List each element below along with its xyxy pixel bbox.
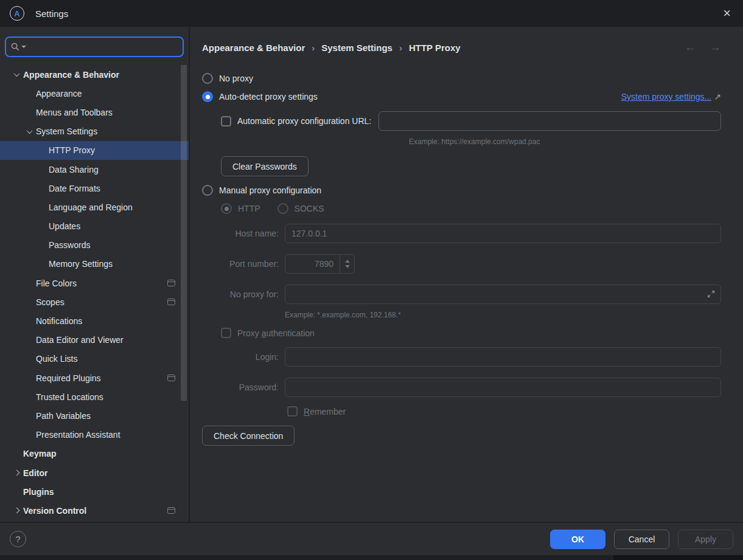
- breadcrumb-separator: ›: [399, 43, 402, 53]
- sidebar-item-data-editor-and-viewer[interactable]: Data Editor and Viewer: [0, 331, 189, 350]
- clear-passwords-button[interactable]: Clear Passwords: [221, 156, 309, 176]
- settings-tree: Appearance & BehaviorAppearanceMenus and…: [0, 65, 189, 520]
- sidebar-item-label: Path Variables: [36, 411, 91, 421]
- remember-label: Remember: [304, 407, 346, 417]
- sidebar-item-scopes[interactable]: Scopes: [0, 292, 189, 311]
- chevron-down-icon[interactable]: [23, 130, 36, 134]
- breadcrumb-item[interactable]: Appearance & Behavior: [202, 43, 305, 53]
- sidebar-item-notifications[interactable]: Notifications: [0, 311, 189, 330]
- settings-main-panel: Appearance & Behavior›System Settings›HT…: [190, 27, 743, 522]
- project-level-icon: [167, 280, 175, 286]
- window-bottom-edge: [0, 555, 743, 560]
- http-label: HTTP: [238, 204, 260, 213]
- sidebar-item-appearance-behavior[interactable]: Appearance & Behavior: [0, 65, 189, 84]
- sidebar-item-path-variables[interactable]: Path Variables: [0, 406, 189, 425]
- sidebar-item-file-colors[interactable]: File Colors: [0, 274, 189, 292]
- sidebar-item-editor[interactable]: Editor: [0, 463, 189, 482]
- auto-detect-option[interactable]: Auto-detect proxy settings System proxy …: [202, 91, 721, 102]
- proxy-auth-label: Proxy authentication: [237, 328, 315, 338]
- sidebar-item-trusted-locations[interactable]: Trusted Locations: [0, 387, 189, 406]
- sidebar-item-memory-settings[interactable]: Memory Settings: [0, 255, 189, 274]
- chevron-down-icon[interactable]: [10, 72, 23, 77]
- no-proxy-option[interactable]: No proxy: [202, 73, 721, 84]
- login-input: [285, 347, 721, 367]
- sidebar-item-label: Keymap: [23, 449, 56, 458]
- expand-field-icon: [706, 289, 716, 299]
- auto-url-checkbox[interactable]: [221, 116, 231, 126]
- remember-row: Remember: [287, 406, 721, 417]
- sidebar-item-label: Appearance & Behavior: [23, 70, 119, 80]
- auto-detect-radio[interactable]: [202, 91, 213, 102]
- sidebar-item-language-and-region[interactable]: Language and Region: [0, 198, 189, 216]
- sidebar-item-presentation-assistant[interactable]: Presentation Assistant: [0, 426, 189, 444]
- close-icon[interactable]: ×: [720, 7, 733, 19]
- sidebar-scrollbar[interactable]: [181, 65, 187, 401]
- ok-button[interactable]: OK: [550, 530, 605, 549]
- no-proxy-radio[interactable]: [202, 73, 213, 84]
- project-level-icon: [167, 299, 175, 305]
- back-arrow-icon[interactable]: ←: [685, 41, 696, 54]
- search-input[interactable]: [30, 42, 178, 52]
- chevron-right-icon[interactable]: [10, 471, 23, 475]
- history-nav: ←→: [685, 41, 721, 54]
- breadcrumb-item[interactable]: System Settings: [321, 43, 392, 53]
- sidebar-item-date-formats[interactable]: Date Formats: [0, 179, 189, 198]
- password-input: [285, 378, 721, 397]
- breadcrumb-separator: ›: [312, 43, 315, 53]
- sidebar-item-updates[interactable]: Updates: [0, 217, 189, 236]
- sidebar-item-version-control[interactable]: Version Control: [0, 501, 189, 520]
- chevron-right-icon[interactable]: [10, 508, 23, 513]
- sidebar-item-menus-and-toolbars[interactable]: Menus and Toolbars: [0, 103, 189, 122]
- external-link-icon: ↗: [714, 92, 721, 102]
- no-proxy-for-row: No proxy for:: [221, 285, 721, 304]
- help-icon[interactable]: ?: [10, 531, 26, 547]
- login-label: Login:: [221, 352, 279, 362]
- manual-proxy-radio[interactable]: [202, 185, 213, 196]
- no-proxy-for-label: No proxy for:: [221, 289, 279, 299]
- sidebar-item-label: File Colors: [36, 278, 77, 288]
- cancel-button[interactable]: Cancel: [614, 530, 669, 549]
- http-radio: [221, 203, 232, 214]
- sidebar-item-label: Editor: [23, 468, 47, 478]
- manual-proxy-option[interactable]: Manual proxy configuration: [202, 185, 721, 196]
- socks-radio: [277, 203, 288, 214]
- remember-checkbox: [287, 406, 298, 417]
- sidebar-item-appearance[interactable]: Appearance: [0, 84, 189, 103]
- sidebar-item-required-plugins[interactable]: Required Plugins: [0, 368, 189, 387]
- proxy-type-row: HTTP SOCKS: [221, 203, 721, 214]
- sidebar-item-label: Passwords: [49, 240, 90, 250]
- search-filter-caret-icon[interactable]: [21, 46, 26, 48]
- settings-sidebar: Appearance & BehaviorAppearanceMenus and…: [0, 27, 190, 522]
- breadcrumb-item[interactable]: HTTP Proxy: [409, 43, 461, 53]
- sidebar-item-passwords[interactable]: Passwords: [0, 236, 189, 255]
- sidebar-item-label: Trusted Locations: [36, 392, 103, 402]
- sidebar-item-plugins[interactable]: Plugins: [0, 482, 189, 501]
- bottom-edge-left: [0, 555, 613, 560]
- sidebar-item-label: Notifications: [36, 316, 82, 326]
- sidebar-item-label: Plugins: [23, 487, 54, 497]
- sidebar-item-keymap[interactable]: Keymap: [0, 444, 189, 463]
- proxy-auth-checkbox: [221, 328, 231, 338]
- auto-url-input[interactable]: [378, 111, 721, 131]
- window-title: Settings: [35, 9, 68, 19]
- sidebar-item-system-settings[interactable]: System Settings: [0, 122, 189, 141]
- sidebar-item-data-sharing[interactable]: Data Sharing: [0, 160, 189, 179]
- sidebar-item-label: Updates: [49, 221, 80, 231]
- sidebar-item-http-proxy[interactable]: HTTP Proxy: [0, 141, 189, 160]
- sidebar-item-label: Data Sharing: [49, 165, 99, 175]
- search-box[interactable]: [5, 36, 184, 57]
- sidebar-item-label: Date Formats: [49, 184, 100, 193]
- sidebar-item-quick-lists[interactable]: Quick Lists: [0, 350, 189, 368]
- no-proxy-label: No proxy: [219, 74, 253, 83]
- check-connection-button[interactable]: Check Connection: [202, 426, 295, 446]
- project-level-icon: [167, 375, 175, 381]
- system-proxy-settings-link[interactable]: System proxy settings...: [621, 92, 712, 102]
- apply-button: Apply: [678, 530, 733, 549]
- port-increment-icon: [345, 260, 350, 263]
- no-proxy-example: Example: *.example.com, 192.168.*: [285, 311, 721, 319]
- title-bar: A Settings ×: [0, 0, 743, 27]
- bottom-edge-right: [613, 555, 743, 560]
- forward-arrow-icon[interactable]: →: [710, 41, 721, 54]
- port-number-label: Port number:: [221, 259, 279, 269]
- auto-url-row: Automatic proxy configuration URL:: [221, 111, 721, 131]
